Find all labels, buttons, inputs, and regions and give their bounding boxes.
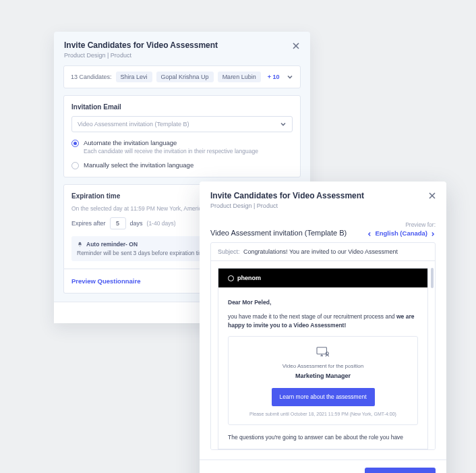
assessment-position: Marketing Manager [235,372,411,381]
learn-more-button[interactable]: Learn more about the assessment [272,388,375,406]
invitation-email-heading: Invitation Email [71,103,293,111]
radio-label: Manually select the invitation language [84,161,293,169]
template-select-value: Video Assessment invitation (Template B) [78,121,189,128]
auto-reminder-title: Auto reminder- ON [86,241,138,248]
radio-sublabel: Each candidate will receive the invitati… [84,148,293,155]
candidates-count-label: 13 Candidates: [71,74,112,80]
send-invitations-button[interactable]: Send Invitations [365,468,436,473]
email-frame: phenom Dear Mor Peled, you have made it … [211,261,435,449]
modal-footer: Details Email Template Send Invitations [200,460,446,473]
brand-logo-icon [228,275,234,281]
chevron-right-icon [430,231,436,236]
candidate-chip[interactable]: Shira Levi [116,72,152,82]
email-preview-container: Subject: Congratulations! You are invite… [210,242,436,450]
preview-language-selector[interactable]: English (Canada) [367,229,436,237]
invite-modal-email-template: Invite Candidates for Video Assessment P… [200,182,446,473]
assessment-deadline: Please submit until October 18, 2021 11:… [235,411,411,418]
expires-days-input[interactable]: 5 [110,217,126,229]
radio-icon [71,162,79,169]
modal-title: Invite Candidates for Video Assessment [210,191,436,200]
candidate-chip[interactable]: Maren Lubin [218,72,261,82]
chevron-left-icon [367,231,372,236]
assessment-label: Video Assessment for the position [235,362,411,370]
modal-header: Invite Candidates for Video Assessment P… [200,182,446,215]
expires-before-label: Expires after [71,220,106,227]
expires-range-hint: (1-40 days) [147,220,176,227]
chevron-down-icon[interactable] [287,74,293,80]
modal-header: Invite Candidates for Video Assessment P… [54,32,310,65]
radio-icon [71,140,79,147]
assessment-card: Video Assessment for the position Market… [228,336,418,425]
svg-rect-0 [317,347,326,354]
email-brand-header: phenom [218,269,427,287]
subject-label: Subject: [218,248,240,255]
email-salutation: Dear Mor Peled, [228,298,418,307]
monitor-user-icon [316,346,330,358]
bell-icon [77,242,83,248]
candidates-more[interactable]: + 10 [268,74,280,80]
email-body: Dear Mor Peled, you have made it to the … [218,287,427,442]
invitation-email-panel: Invitation Email Video Assessment invita… [63,95,301,177]
modal-title: Invite Candidates for Video Assessment [64,40,300,50]
modal-subtitle: Product Design | Product [210,202,436,209]
close-icon[interactable] [291,41,301,51]
candidate-chip[interactable]: Gopal Krishna Up [156,72,214,82]
close-icon[interactable] [427,191,437,200]
template-name: Video Assessment invitation (Template B) [210,229,347,237]
email-paragraph: you have made it to the next stage of ou… [228,312,418,330]
expires-after-label: days [130,220,143,227]
preview-for-label: Preview for: [367,221,436,228]
radio-label: Automate the invitation language [84,139,293,146]
preview-toolbar: Video Assessment invitation (Template B)… [200,215,446,242]
brand-name: phenom [237,275,261,281]
scrollbar-thumb[interactable] [431,268,434,288]
email-subject-row: Subject: Congratulations! You are invite… [211,243,435,261]
modal-subtitle: Product Design | Product [64,52,300,59]
subject-value: Congratulations! You are invited to our … [243,248,398,255]
radio-manual-language[interactable]: Manually select the invitation language [71,161,293,169]
radio-automate-language[interactable]: Automate the invitation language Each ca… [71,139,293,155]
candidates-row[interactable]: 13 Candidates: Shira Levi Gopal Krishna … [63,65,301,88]
preview-language-value: English (Canada) [375,229,427,237]
email-paragraph: The questions you're going to answer can… [228,433,418,442]
template-select[interactable]: Video Assessment invitation (Template B) [71,116,293,132]
chevron-down-icon [280,121,287,128]
